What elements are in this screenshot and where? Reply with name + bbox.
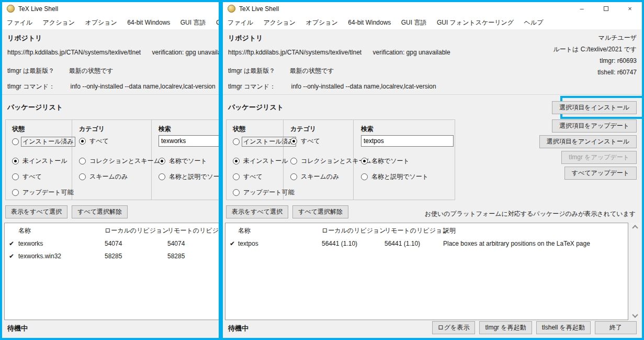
restart-tlshell-button[interactable]: tlshell を再起動 — [536, 321, 591, 334]
texlive-lion-icon — [7, 5, 15, 13]
menu-platform[interactable]: 64-bit Windows — [348, 16, 391, 29]
menu-gui-language[interactable]: GUI 言語 — [180, 16, 206, 29]
restart-tlmgr-button[interactable]: tlmgr を再起動 — [479, 321, 532, 334]
menu-file[interactable]: ファイル — [7, 16, 32, 29]
radio-circle[interactable] — [361, 158, 368, 164]
row-remote-revision: 56441 (1.10) — [385, 240, 420, 247]
radio-installed[interactable]: インストール済み — [12, 137, 75, 147]
radio-circle[interactable] — [12, 158, 19, 164]
show-log-button[interactable]: ログを表示 — [432, 321, 476, 334]
column-header-name[interactable]: 名称 — [18, 226, 31, 235]
radio-circle[interactable] — [79, 158, 86, 164]
install-selected-button[interactable]: 選択項目をインストール — [552, 101, 637, 114]
scroll-up-icon[interactable] — [632, 225, 638, 231]
tlmgr-version-label: tlmgr は最新版？ — [228, 67, 275, 74]
radio-updatable[interactable]: アップデート可能 — [233, 188, 294, 197]
row-local-revision: 56441 (1.10) — [322, 240, 357, 247]
menu-help[interactable]: ヘルプ — [524, 16, 544, 29]
radio-circle[interactable] — [233, 189, 240, 196]
update-selected-button[interactable]: 選択項目をアップデート — [552, 119, 637, 133]
radio-updatable[interactable]: アップデート可能 — [12, 188, 73, 197]
column-header-remote-revision[interactable]: リモートのリビジョン — [167, 226, 221, 235]
radio-circle[interactable] — [79, 173, 86, 180]
column-header-remote-revision[interactable]: リモートのリビジョン — [385, 226, 449, 235]
column-header-name[interactable]: 名称 — [238, 226, 251, 235]
radio-sort-name-desc[interactable]: 名称と説明でソート — [159, 172, 221, 181]
radio-not-installed[interactable]: 未インストール — [12, 157, 67, 166]
right-body: リポジトリ https://ftp.kddilabs.jp/CTAN/syste… — [223, 29, 642, 338]
column-header-description[interactable]: 説明 — [443, 226, 456, 235]
repository-verification: verification: gpg unavailable — [373, 49, 450, 56]
radio-sort-name-label: 名称でソート — [169, 157, 207, 166]
radio-category-all[interactable]: すべて — [290, 137, 320, 146]
radio-sort-name[interactable]: 名称でソート — [159, 157, 207, 166]
radio-circle[interactable] — [233, 158, 240, 164]
scroll-down-icon[interactable] — [632, 312, 638, 317]
radio-all-status-label: すべて — [243, 172, 263, 181]
table-scrollbar[interactable] — [631, 223, 640, 320]
radio-circle[interactable] — [290, 138, 297, 145]
menu-gui-font-scaling[interactable]: GUI フォントスケーリング — [216, 16, 221, 29]
multi-user-label: マルチユーザ — [553, 32, 637, 43]
menu-gui-font-scaling[interactable]: GUI フォントスケーリング — [437, 16, 514, 29]
deselect-all-button[interactable]: すべて選択解除 — [72, 205, 128, 218]
radio-all-status[interactable]: すべて — [12, 172, 42, 181]
column-header-local-revision[interactable]: ローカルのリビジョン — [105, 226, 169, 235]
radio-collections-schemes[interactable]: コレクションとスキーム — [79, 157, 160, 166]
radio-installed[interactable]: インストール済み — [233, 137, 296, 147]
quit-button[interactable]: 終了 — [595, 321, 637, 334]
search-input[interactable] — [159, 135, 221, 147]
radio-circle[interactable] — [361, 173, 368, 180]
radio-category-all-label: すべて — [301, 137, 320, 146]
menu-platform[interactable]: 64-bit Windows — [127, 16, 170, 29]
update-all-button[interactable]: すべてアップデート — [564, 167, 637, 180]
radio-category-all[interactable]: すべて — [79, 137, 109, 146]
radio-not-installed[interactable]: 未インストール — [233, 157, 288, 166]
radio-all-status[interactable]: すべて — [233, 172, 263, 181]
window-title: TeX Live Shell — [18, 2, 58, 16]
radio-updatable-label: アップデート可能 — [243, 188, 294, 197]
radio-sort-name-desc[interactable]: 名称と説明でソート — [361, 172, 428, 181]
radio-circle[interactable] — [290, 158, 297, 164]
column-header-local-revision[interactable]: ローカルのリビジョン — [322, 226, 386, 235]
menu-actions[interactable]: アクション — [43, 16, 75, 29]
radio-schemes-only[interactable]: スキームのみ — [290, 172, 339, 181]
radio-circle[interactable] — [233, 138, 240, 145]
radio-circle[interactable] — [12, 189, 19, 196]
row-check-icon[interactable]: ✔ — [230, 240, 235, 247]
menu-file[interactable]: ファイル — [228, 16, 253, 29]
radio-collections-schemes[interactable]: コレクションとスキーム — [290, 157, 371, 166]
right-titlebar[interactable]: TeX Live Shell – × — [223, 2, 642, 16]
radio-circle[interactable] — [12, 173, 19, 180]
radio-circle[interactable] — [290, 173, 297, 180]
uninstall-selected-button[interactable]: 選択項目をアンインストール — [539, 135, 637, 148]
close-button[interactable]: × — [618, 2, 642, 16]
menu-actions[interactable]: アクション — [264, 16, 296, 29]
select-all-displayed-button[interactable]: 表示をすべて選択 — [5, 205, 67, 218]
row-check-icon[interactable]: ✔ — [9, 240, 14, 247]
selection-buttons: 表示をすべて選択 すべて選択解除 — [226, 205, 348, 218]
window-title: TeX Live Shell — [239, 2, 279, 16]
menu-options[interactable]: オプション — [306, 16, 337, 29]
minimize-button[interactable]: – — [570, 2, 594, 16]
radio-category-all-label: すべて — [89, 137, 109, 146]
select-all-displayed-button[interactable]: 表示をすべて選択 — [226, 205, 288, 218]
left-window-inner: TeX Live Shell ファイル アクション オプション 64-bit W… — [2, 2, 221, 338]
menu-options[interactable]: オプション — [85, 16, 117, 29]
menu-gui-language[interactable]: GUI 言語 — [401, 16, 427, 29]
radio-circle[interactable] — [159, 158, 165, 164]
radio-schemes-only[interactable]: スキームのみ — [79, 172, 128, 181]
row-check-icon[interactable]: ✔ — [9, 253, 14, 260]
maximize-button[interactable] — [594, 2, 618, 16]
radio-sort-name[interactable]: 名称でソート — [361, 157, 410, 166]
status-filter-label: 状態 — [12, 125, 25, 134]
tlmgr-version-value: 最新の状態です — [69, 67, 114, 74]
right-window: TeX Live Shell – × ファイル アクション オプション 64-b… — [221, 0, 644, 340]
radio-circle[interactable] — [159, 173, 165, 180]
radio-circle[interactable] — [79, 138, 86, 145]
deselect-all-button[interactable]: すべて選択解除 — [292, 205, 348, 218]
left-titlebar[interactable]: TeX Live Shell — [2, 2, 221, 16]
search-input[interactable] — [361, 135, 454, 147]
radio-circle[interactable] — [233, 173, 240, 180]
radio-circle[interactable] — [12, 138, 19, 145]
